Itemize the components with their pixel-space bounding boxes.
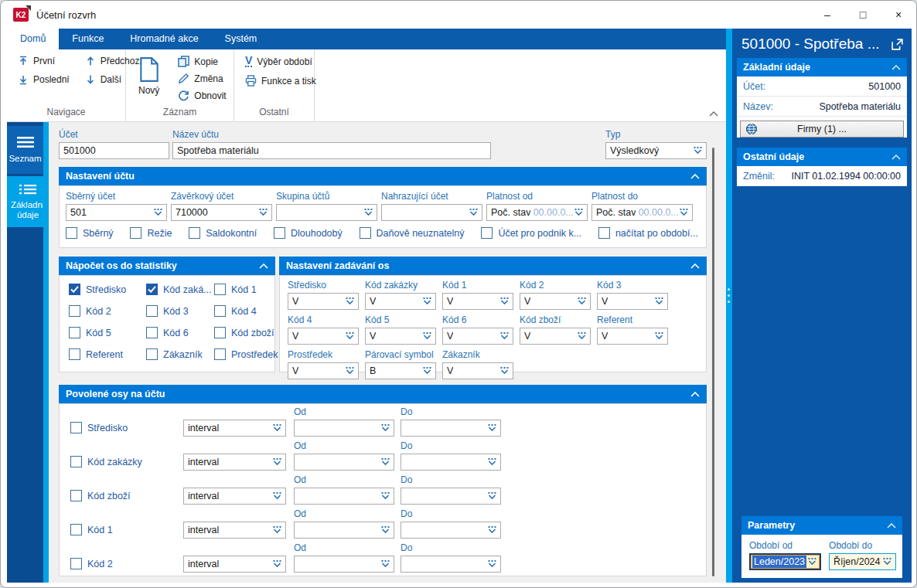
field-combo[interactable]: V [442, 328, 513, 345]
dropdown-icon[interactable] [486, 491, 498, 501]
dropdown-icon[interactable] [576, 296, 588, 307]
vertical-scrollbar[interactable] [712, 148, 714, 576]
field-combo[interactable]: V [365, 328, 436, 345]
axis-do-combo[interactable] [401, 556, 501, 573]
collapse-icon[interactable] [690, 392, 700, 397]
dropdown-icon[interactable] [152, 207, 164, 218]
checkbox-field[interactable]: Kód 2 [69, 305, 143, 317]
checkbox[interactable] [69, 305, 80, 317]
field-combo[interactable]: V [597, 293, 668, 310]
section-header-napocet[interactable]: Nápočet os do statistiky [59, 257, 275, 275]
first-button[interactable]: První [15, 54, 73, 68]
checkbox-field[interactable]: Dlouhodobý [274, 227, 343, 239]
field-combo[interactable]: Poč. stav00.00.0... [486, 204, 588, 221]
axis-checkbox-field[interactable]: Kód 1 [70, 524, 113, 535]
axis-mode-combo[interactable]: interval [183, 488, 286, 505]
checkbox-field[interactable]: Sběrný [66, 227, 114, 239]
field-combo[interactable]: V [597, 328, 668, 345]
collapse-icon[interactable] [259, 263, 268, 269]
field-combo[interactable]: V [442, 362, 513, 379]
field-combo[interactable]: B [365, 362, 436, 379]
dropdown-icon[interactable] [271, 457, 283, 467]
section-header-nastaveni-uctu[interactable]: Nastavení účtu [59, 167, 707, 185]
checkbox[interactable] [146, 327, 158, 338]
field-combo[interactable]: V [288, 293, 359, 310]
checkbox[interactable] [70, 422, 82, 433]
dropdown-icon[interactable] [678, 207, 690, 218]
checkbox-field[interactable]: načítat po období... [598, 227, 698, 239]
axis-checkbox-field[interactable]: Kód 2 [70, 558, 113, 569]
typ-combo[interactable]: Výsledkový [605, 142, 707, 159]
checkbox[interactable] [146, 284, 158, 295]
dropdown-icon[interactable] [499, 331, 510, 342]
checkbox[interactable] [69, 327, 80, 338]
ribbon-tab[interactable]: Funkce [59, 29, 117, 49]
checkbox-field[interactable]: Režie [130, 227, 172, 239]
axis-do-combo[interactable] [401, 420, 501, 437]
axis-mode-combo[interactable]: interval [183, 556, 286, 573]
axis-od-combo[interactable] [294, 522, 394, 539]
dropdown-icon[interactable] [573, 207, 585, 218]
checkbox[interactable] [66, 227, 77, 239]
ribbon-collapse-button[interactable] [709, 111, 718, 117]
checkbox[interactable] [189, 227, 200, 239]
period-select-button[interactable]: V Výběr období [242, 54, 319, 69]
field-combo[interactable]: V [520, 293, 591, 310]
checkbox-field[interactable]: Kód zboží [214, 327, 278, 338]
dropdown-icon[interactable] [421, 296, 433, 307]
checkbox-field[interactable]: Účet pro podnik k... [481, 227, 581, 239]
ucet-input[interactable]: 501000 [59, 142, 169, 159]
axis-do-combo[interactable] [401, 454, 501, 471]
dropdown-icon[interactable] [421, 331, 433, 342]
checkbox-field[interactable]: Kód 5 [69, 327, 143, 338]
dropdown-icon[interactable] [653, 331, 665, 342]
checkbox-field[interactable]: Kód zaká... [146, 284, 211, 295]
axis-do-combo[interactable] [401, 488, 501, 505]
dropdown-icon[interactable] [380, 525, 391, 535]
axis-do-combo[interactable] [401, 522, 501, 539]
copy-button[interactable]: Kopie [175, 54, 229, 69]
collapse-icon[interactable] [690, 263, 700, 269]
checkbox[interactable] [70, 456, 82, 467]
axis-checkbox-field[interactable]: Kód zboží [70, 490, 131, 501]
field-combo[interactable]: 501 [66, 204, 167, 221]
checkbox-field[interactable]: Saldokontní [189, 227, 257, 239]
dropdown-icon[interactable] [344, 296, 356, 307]
field-combo[interactable]: V [365, 293, 436, 310]
card-header[interactable]: Základní údaje [737, 58, 907, 76]
last-button[interactable]: Poslední [15, 73, 73, 87]
checkbox[interactable] [598, 227, 610, 239]
field-combo[interactable]: Poč. stav00.00.0... [591, 204, 693, 221]
dropdown-icon[interactable] [486, 423, 498, 433]
dropdown-icon[interactable] [576, 331, 588, 342]
dropdown-icon[interactable] [653, 296, 665, 307]
checkbox[interactable] [70, 524, 82, 535]
collapse-icon[interactable] [891, 65, 901, 70]
dropdown-icon[interactable] [486, 559, 498, 569]
checkbox[interactable] [481, 227, 493, 239]
dropdown-icon[interactable] [380, 423, 391, 433]
dropdown-icon[interactable] [344, 331, 356, 342]
dropdown-icon[interactable] [363, 207, 374, 218]
dropdown-icon[interactable] [692, 145, 704, 156]
dropdown-icon[interactable] [257, 207, 269, 218]
collapse-icon[interactable] [690, 174, 700, 179]
section-header-zadavani[interactable]: Nastavení zadávání os [279, 257, 707, 275]
dropdown-icon[interactable] [344, 365, 356, 376]
edit-button[interactable]: Změna [175, 71, 229, 86]
checkbox[interactable] [69, 284, 80, 295]
checkbox-field[interactable]: Zákazník [146, 348, 211, 360]
obdobi-od-combo[interactable]: Leden/2023 [749, 553, 821, 570]
field-combo[interactable]: 710000 [171, 204, 272, 221]
ribbon-tab[interactable]: Domů [7, 29, 59, 49]
collapse-icon[interactable] [891, 155, 901, 160]
checkbox[interactable] [69, 348, 80, 360]
dropdown-icon[interactable] [486, 525, 498, 535]
checkbox-field[interactable]: Kód 1 [214, 284, 278, 295]
print-functions-button[interactable]: Funkce a tisk [242, 73, 319, 88]
checkbox-field[interactable]: Středisko [69, 284, 143, 295]
new-button[interactable]: Nový [134, 54, 167, 105]
dropdown-icon[interactable] [421, 365, 433, 376]
dropdown-icon[interactable] [468, 207, 479, 218]
checkbox[interactable] [70, 558, 82, 569]
